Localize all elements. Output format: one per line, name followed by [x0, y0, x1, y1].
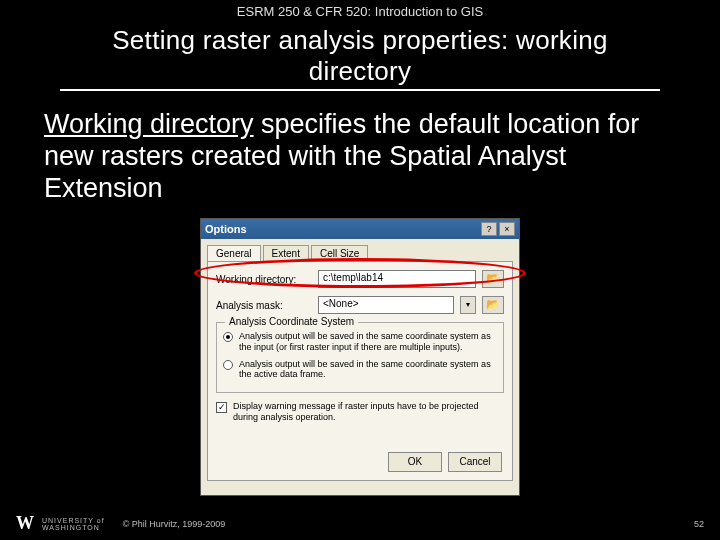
title-rule: Setting raster analysis properties: work…: [60, 25, 660, 91]
warning-check-label: Display warning message if raster inputs…: [233, 401, 504, 423]
warning-checkbox[interactable]: ✓: [216, 402, 227, 413]
term-underlined: Working directory: [44, 109, 254, 139]
working-directory-input[interactable]: c:\temp\lab14: [318, 270, 476, 288]
tab-panel-general: Working directory: c:\temp\lab14 📂 Analy…: [207, 261, 513, 481]
uw-wordmark: UNIVERSITY of WASHINGTON: [42, 517, 105, 531]
course-header: ESRM 250 & CFR 520: Introduction to GIS: [0, 0, 720, 19]
slide-footer: W UNIVERSITY of WASHINGTON © Phil Hurvit…: [16, 513, 704, 534]
radio-same-as-input-row[interactable]: Analysis output will be saved in the sam…: [223, 331, 497, 353]
cancel-button[interactable]: Cancel: [448, 452, 502, 472]
slide-title: Setting raster analysis properties: work…: [60, 25, 660, 87]
warning-check-row[interactable]: ✓ Display warning message if raster inpu…: [216, 401, 504, 423]
page-number: 52: [694, 519, 704, 529]
body-paragraph: Working directory specifies the default …: [0, 91, 720, 205]
tab-general[interactable]: General: [207, 245, 261, 261]
tab-cellsize[interactable]: Cell Size: [311, 245, 368, 261]
analysis-mask-row: Analysis mask: <None> ▾ 📂: [216, 296, 504, 314]
dialog-titlebar[interactable]: Options ? ×: [201, 219, 519, 239]
uw-logo-icon: W: [16, 513, 34, 534]
analysis-mask-select[interactable]: <None>: [318, 296, 454, 314]
radio-same-as-frame[interactable]: [223, 360, 233, 370]
chevron-down-icon[interactable]: ▾: [460, 296, 476, 314]
help-icon[interactable]: ?: [481, 222, 497, 236]
radio-same-as-frame-row[interactable]: Analysis output will be saved in the sam…: [223, 359, 497, 381]
uw-brand: W UNIVERSITY of WASHINGTON © Phil Hurvit…: [16, 513, 225, 534]
working-directory-row: Working directory: c:\temp\lab14 📂: [216, 270, 504, 288]
browse-folder-icon[interactable]: 📂: [482, 270, 504, 288]
copyright-text: © Phil Hurvitz, 1999-2009: [123, 519, 226, 529]
tab-extent[interactable]: Extent: [263, 245, 309, 261]
browse-mask-icon[interactable]: 📂: [482, 296, 504, 314]
radio-same-as-frame-label: Analysis output will be saved in the sam…: [239, 359, 497, 381]
coord-system-group: Analysis Coordinate System Analysis outp…: [216, 322, 504, 393]
options-dialog: Options ? × General Extent Cell Size Wor…: [200, 218, 520, 496]
tab-strip: General Extent Cell Size: [201, 239, 519, 261]
analysis-mask-label: Analysis mask:: [216, 300, 312, 311]
radio-same-as-input[interactable]: [223, 332, 233, 342]
coord-system-group-title: Analysis Coordinate System: [225, 316, 358, 327]
slide: ESRM 250 & CFR 520: Introduction to GIS …: [0, 0, 720, 540]
uw-line1: UNIVERSITY of: [42, 517, 105, 524]
dialog-button-row: OK Cancel: [388, 452, 502, 472]
working-directory-label: Working directory:: [216, 274, 312, 285]
uw-line2: WASHINGTON: [42, 524, 100, 531]
close-icon[interactable]: ×: [499, 222, 515, 236]
ok-button[interactable]: OK: [388, 452, 442, 472]
dialog-title: Options: [205, 223, 479, 235]
radio-same-as-input-label: Analysis output will be saved in the sam…: [239, 331, 497, 353]
